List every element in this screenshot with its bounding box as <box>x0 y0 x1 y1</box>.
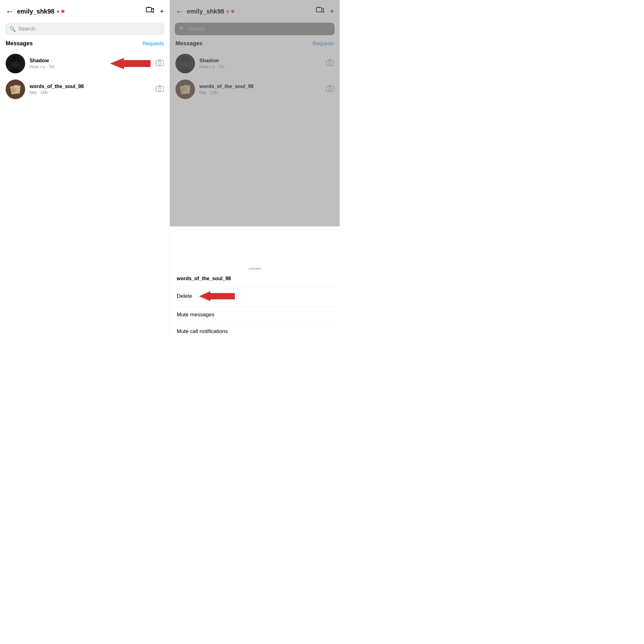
svg-point-6 <box>12 61 19 68</box>
new-chat-button[interactable]: + <box>160 7 164 15</box>
delete-arrow <box>199 291 235 301</box>
svg-rect-5 <box>12 56 19 61</box>
svg-rect-8 <box>156 61 164 66</box>
search-placeholder: Search <box>18 26 35 32</box>
search-icon: 🔍 <box>9 26 16 32</box>
mute-messages-label: Mute messages <box>177 312 214 318</box>
messages-label: Messages <box>6 40 33 47</box>
svg-rect-12 <box>13 85 20 94</box>
sheet-username: words_of_the_soul_98 <box>170 275 340 286</box>
words-message-info: words_of_the_soul_98 hey · 10h <box>30 84 151 95</box>
header-icons: + <box>146 6 164 16</box>
camera-icon-words[interactable] <box>156 85 164 94</box>
online-status-dot <box>61 10 64 13</box>
messages-header: Messages Requests <box>0 39 169 51</box>
mute-calls-option[interactable]: Mute call notifications <box>170 323 340 340</box>
camera-icon-shadow[interactable] <box>156 59 164 68</box>
svg-point-9 <box>158 62 161 65</box>
words-contact-name: words_of_the_soul_98 <box>30 84 151 89</box>
arrow-indicator <box>110 58 151 69</box>
search-bar[interactable]: 🔍 Search <box>5 23 164 35</box>
requests-link[interactable]: Requests <box>142 41 164 47</box>
svg-point-17 <box>158 88 161 91</box>
delete-label: Delete <box>177 293 192 299</box>
message-item-shadow[interactable]: Shadow How r u · 7m <box>0 51 169 76</box>
bottom-sheet: words_of_the_soul_98 Delete Mute message… <box>170 264 340 340</box>
right-panel: ← emily_shk98 ∨ + 🔍 Search Messages Requ… <box>170 0 340 340</box>
message-item-words[interactable]: words_of_the_soul_98 hey · 10h <box>0 76 169 102</box>
avatar-shadow <box>6 54 25 73</box>
background-overlay <box>170 0 340 226</box>
avatar-words <box>6 80 25 99</box>
username-text: emily_shk98 <box>17 8 54 15</box>
svg-rect-0 <box>146 8 152 12</box>
left-panel: ← emily_shk98 ∨ + 🔍 Search Messages Requ… <box>0 0 170 340</box>
svg-rect-16 <box>156 86 164 92</box>
mute-messages-option[interactable]: Mute messages <box>170 307 340 323</box>
message-list: Shadow How r u · 7m <box>0 51 169 340</box>
sheet-handle <box>248 268 261 269</box>
new-message-icon[interactable] <box>146 6 154 16</box>
back-button[interactable]: ← <box>6 7 14 16</box>
username-row: emily_shk98 ∨ <box>17 8 146 15</box>
delete-option[interactable]: Delete <box>170 286 340 307</box>
mute-calls-label: Mute call notifications <box>177 328 228 335</box>
words-message-preview: hey · 10h <box>30 90 151 95</box>
chevron-down-icon[interactable]: ∨ <box>56 9 59 14</box>
left-header: ← emily_shk98 ∨ + <box>0 0 169 23</box>
